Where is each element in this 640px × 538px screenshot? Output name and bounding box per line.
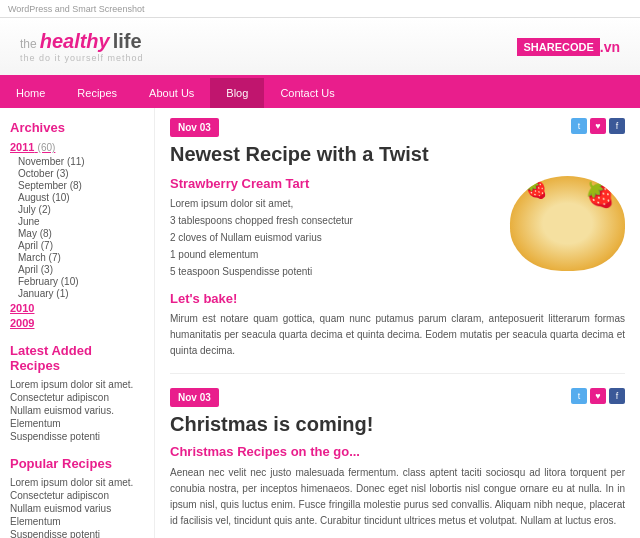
month-september[interactable]: September (8): [18, 180, 144, 191]
month-march[interactable]: March (7): [18, 252, 144, 263]
heart-icon[interactable]: ♥: [590, 118, 606, 134]
nav-contact[interactable]: Contact Us: [264, 78, 350, 108]
logo-area: the healthy life the do it yourself meth…: [20, 30, 144, 63]
top-bar-text: WordPress and Smart Screenshot: [8, 4, 144, 14]
post1-body: Mirum est notare quam gottica, quam nunc…: [170, 311, 625, 359]
post1-lets-bake: Let's bake!: [170, 291, 625, 306]
popular-recipes-title: Popular Recipes: [10, 456, 144, 471]
popular-item-2: Nullam euismod varius: [10, 503, 144, 514]
facebook-icon[interactable]: f: [609, 118, 625, 134]
popular-item-0: Lorem ipsum dolor sit amet.: [10, 477, 144, 488]
logo-text: the healthy life the do it yourself meth…: [20, 30, 144, 63]
post-1: Nov 03 t ♥ f Newest Recipe with a Twist …: [170, 118, 625, 359]
post2-body: Aenean nec velit nec justo malesuada fer…: [170, 465, 625, 529]
sharecode-vn: .vn: [600, 39, 620, 55]
archives-title: Archives: [10, 120, 144, 135]
twitter-icon[interactable]: t: [571, 118, 587, 134]
month-june[interactable]: June: [18, 216, 144, 227]
post2-social: t ♥ f: [571, 388, 625, 404]
month-january[interactable]: January (1): [18, 288, 144, 299]
content-area: Nov 03 t ♥ f Newest Recipe with a Twist …: [155, 108, 640, 538]
post-divider: [170, 373, 625, 374]
post1-social: t ♥ f: [571, 118, 625, 134]
month-july[interactable]: July (2): [18, 204, 144, 215]
navigation: Home Recipes About Us Blog Contact Us: [0, 78, 640, 108]
nav-about[interactable]: About Us: [133, 78, 210, 108]
post2-facebook-icon[interactable]: f: [609, 388, 625, 404]
popular-item-1: Consectetur adipiscon: [10, 490, 144, 501]
sharecode-logo[interactable]: SHARECODE .vn: [517, 38, 620, 56]
month-august[interactable]: August (10): [18, 192, 144, 203]
latest-item-2: Nullam euismod varius.: [10, 405, 144, 416]
post2-top: Nov 03 t ♥ f: [170, 388, 625, 413]
sharecode-badge: SHARECODE: [517, 38, 599, 56]
post1-date: Nov 03: [170, 118, 219, 137]
logo-the: the: [20, 37, 37, 51]
month-may[interactable]: May (8): [18, 228, 144, 239]
post2-recipe-title: Christmas Recipes on the go...: [170, 444, 625, 459]
logo-life: life: [113, 30, 142, 53]
recipe-tart-image: 🍓 🍓: [510, 176, 625, 271]
latest-item-1: Consectetur adipiscon: [10, 392, 144, 403]
latest-item-3: Elementum: [10, 418, 144, 429]
nav-blog[interactable]: Blog: [210, 78, 264, 108]
logo-healthy: healthy: [40, 30, 110, 53]
post-2: Nov 03 t ♥ f Christmas is coming! Christ…: [170, 388, 625, 529]
popular-item-3: Elementum: [10, 516, 144, 527]
header: the healthy life the do it yourself meth…: [0, 18, 640, 78]
main-wrapper: Archives 2011 (60) November (11) October…: [0, 108, 640, 538]
month-april2[interactable]: April (3): [18, 264, 144, 275]
post1-recipe: 🍓 🍓 Strawberry Cream Tart Lorem ipsum do…: [170, 176, 625, 281]
latest-recipes-title: Latest Added Recipes: [10, 343, 144, 373]
post2-date: Nov 03: [170, 388, 219, 407]
popular-item-4: Suspendisse potenti: [10, 529, 144, 538]
logo-tagline: the do it yourself method: [20, 53, 144, 63]
latest-item-4: Suspendisse potenti: [10, 431, 144, 442]
nav-home[interactable]: Home: [0, 78, 61, 108]
post2-title: Christmas is coming!: [170, 413, 625, 436]
month-april1[interactable]: April (7): [18, 240, 144, 251]
post1-title: Newest Recipe with a Twist: [170, 143, 625, 166]
year-2009-link[interactable]: 2009: [10, 317, 144, 329]
logo-line1: the healthy life: [20, 30, 144, 53]
month-october[interactable]: October (3): [18, 168, 144, 179]
month-february[interactable]: February (10): [18, 276, 144, 287]
post2-twitter-icon[interactable]: t: [571, 388, 587, 404]
top-bar: WordPress and Smart Screenshot: [0, 0, 640, 18]
sidebar: Archives 2011 (60) November (11) October…: [0, 108, 155, 538]
post1-top: Nov 03 t ♥ f: [170, 118, 625, 143]
year-2010-link[interactable]: 2010: [10, 302, 144, 314]
nav-recipes[interactable]: Recipes: [61, 78, 133, 108]
latest-item-0: Lorem ipsum dolor sit amet.: [10, 379, 144, 390]
post2-heart-icon[interactable]: ♥: [590, 388, 606, 404]
month-november[interactable]: November (11): [18, 156, 144, 167]
year-2011-link[interactable]: 2011 (60): [10, 141, 144, 153]
